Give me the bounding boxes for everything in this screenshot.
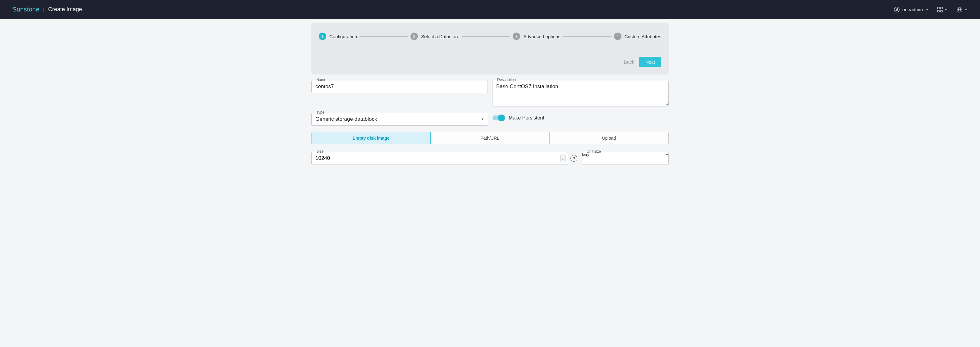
chevron-down-icon [481,119,484,120]
svg-point-1 [896,8,897,9]
persistent-field: Make Persistent [493,112,669,123]
row-type-persistent: Type Generic storage datablock Make Pers… [311,112,669,126]
size-label: Size [315,149,325,154]
stepper-actions: Back Next [319,57,661,67]
type-select[interactable]: Generic storage datablock [312,113,488,125]
step-select-datastore[interactable]: 2 Select a Datastore [410,33,459,40]
language-menu[interactable] [956,6,967,13]
svg-rect-4 [937,10,939,12]
svg-rect-2 [937,7,939,9]
name-field[interactable]: Name [311,80,488,93]
grid-icon [937,7,943,13]
source-tabs: Empty disk image Path/URL Upload [311,132,669,144]
brand-logo[interactable]: Sunstone [13,6,40,13]
size-input[interactable] [312,152,560,165]
name-label: Name [315,78,328,82]
spinner-down-icon[interactable]: ▼ [560,158,565,162]
type-label: Type [315,110,326,114]
user-menu[interactable]: oneadmin [894,6,928,13]
chevron-down-icon [964,8,967,11]
persistent-toggle[interactable] [493,116,504,120]
chevron-down-icon [945,8,948,11]
step-label: Select a Datastore [421,34,459,39]
toggle-knob [498,114,505,121]
step-custom-attributes[interactable]: 4 Custom Attributes [614,33,661,40]
title-divider: | [43,7,45,13]
row-size-unit: Size ▲ ▼ ? Unit size MB [311,152,669,165]
size-spinner[interactable]: ▲ ▼ [560,155,566,162]
size-field-wrap: Size ▲ ▼ ? [311,152,578,165]
type-field[interactable]: Type Generic storage datablock [311,112,488,126]
tab-path-url[interactable]: Path/URL [430,132,549,144]
globe-icon [956,6,963,13]
user-icon [894,6,900,13]
step-number: 3 [513,33,520,40]
step-number: 1 [319,33,326,40]
apps-menu[interactable] [937,7,948,13]
header-right: oneadmin [894,6,967,13]
header-left: Sunstone | Create Image [13,6,82,13]
unit-size-field[interactable]: Unit size MB [582,152,669,165]
tab-empty-disk-image[interactable]: Empty disk image [311,132,431,144]
svg-rect-3 [940,7,942,9]
name-input[interactable] [312,81,487,93]
chevron-down-icon [665,154,668,155]
step-label: Custom Attributes [625,34,661,39]
row-name-description: Name Description Base CentOS7 Installati… [311,80,669,106]
step-advanced-options[interactable]: 3 Advanced options [513,33,560,40]
description-label: Description [496,78,517,82]
description-input[interactable]: Base CentOS7 Installation [493,81,668,105]
persistent-label: Make Persistent [509,115,544,121]
size-field[interactable]: Size ▲ ▼ [311,152,568,165]
step-label: Configuration [329,34,357,39]
tab-upload[interactable]: Upload [550,132,668,144]
type-value: Generic storage datablock [315,116,377,122]
page-title: Create Image [48,6,82,13]
step-label: Advanced options [523,34,560,39]
stepper: 1 Configuration 2 Select a Datastore 3 A… [319,33,661,40]
main-content: 1 Configuration 2 Select a Datastore 3 A… [311,19,669,177]
stepper-card: 1 Configuration 2 Select a Datastore 3 A… [311,23,669,74]
step-number: 2 [410,33,418,40]
chevron-down-icon [925,8,928,11]
help-icon[interactable]: ? [571,155,578,162]
app-header: Sunstone | Create Image oneadmin [0,0,980,19]
back-button[interactable]: Back [624,59,634,65]
step-configuration[interactable]: 1 Configuration [319,33,357,40]
unit-size-label: Unit size [585,149,603,154]
spinner-up-icon[interactable]: ▲ [560,155,565,158]
username-label: oneadmin [902,7,923,12]
step-number: 4 [614,33,621,40]
svg-rect-5 [940,10,942,12]
next-button[interactable]: Next [639,57,661,67]
description-field[interactable]: Description Base CentOS7 Installation [492,80,669,106]
